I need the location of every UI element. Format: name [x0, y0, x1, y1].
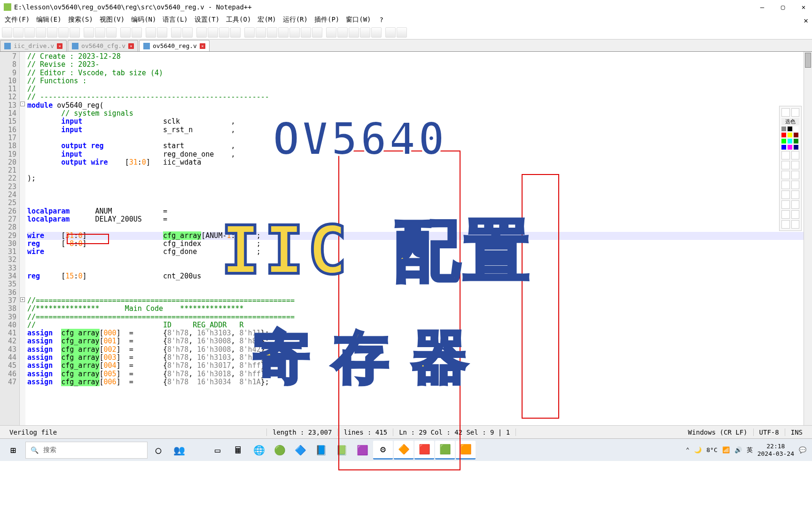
sp-tool-12[interactable] [791, 200, 800, 209]
color-swatch[interactable] [781, 127, 786, 131]
sp-eyedrop-icon[interactable] [791, 108, 800, 117]
save-all-button[interactable] [36, 27, 46, 38]
color-swatch[interactable] [794, 139, 798, 143]
tray-icon[interactable]: 📶 [722, 446, 730, 453]
color-swatch[interactable] [794, 133, 798, 137]
sp-tool-2[interactable] [791, 151, 800, 159]
monitor-button[interactable] [312, 27, 322, 38]
sp-tool-9[interactable] [781, 190, 790, 199]
sp-tool-6[interactable] [791, 171, 800, 179]
vertical-scrollbar[interactable] [804, 52, 812, 425]
system-tray[interactable]: ⌃ 🌙 8°C 📶 🔊 英 22:18 2024-03-24 💬 [682, 443, 810, 457]
calculator-icon[interactable]: 🖩 [228, 441, 248, 460]
sp-tool-3[interactable] [781, 161, 790, 169]
menu-macro[interactable]: 宏(M) [255, 15, 279, 25]
sp-tool-11[interactable] [781, 200, 790, 209]
menu-window[interactable]: 窗口(W) [343, 15, 374, 25]
play-macro-button[interactable] [349, 27, 359, 38]
editor[interactable]: 7891011121314151617181920212223242526272… [0, 52, 812, 425]
paste-button[interactable] [106, 27, 117, 38]
fold-column[interactable]: - + [20, 52, 25, 425]
func-list-button[interactable] [289, 27, 300, 38]
doc-map-button[interactable] [267, 27, 277, 38]
word-wrap-button[interactable] [219, 27, 229, 38]
fold-minus-icon[interactable]: - [20, 102, 25, 106]
record-macro-button[interactable] [326, 27, 336, 38]
sp-tool-7[interactable] [781, 181, 790, 189]
vscode-icon[interactable]: 🔷 [290, 441, 310, 460]
color-swatch[interactable] [788, 145, 792, 150]
tab-ov5640-reg[interactable]: ov5640_reg.v × [139, 40, 210, 51]
redo-button[interactable] [132, 27, 142, 38]
clock[interactable]: 22:18 2024-03-24 [757, 443, 794, 457]
color-swatch[interactable] [788, 127, 792, 131]
weather-icon[interactable]: 🌙 [694, 446, 702, 453]
close-file-button[interactable] [47, 27, 57, 38]
sp-picker-icon[interactable] [781, 108, 790, 117]
taskbar-search[interactable]: 🔍 搜索 [25, 442, 148, 459]
sp-tool-8[interactable] [791, 181, 800, 189]
scroll-thumb[interactable] [805, 53, 811, 68]
zoom-out-button[interactable] [182, 27, 193, 38]
show-all-chars-button[interactable] [230, 27, 241, 38]
sync-h-button[interactable] [208, 27, 218, 38]
sp-tool-10[interactable] [791, 190, 800, 199]
edge-icon[interactable]: 🌐 [249, 441, 269, 460]
tray-chevron-icon[interactable]: ⌃ [686, 446, 689, 453]
color-swatch[interactable] [788, 139, 792, 143]
save-macro-button[interactable] [371, 27, 382, 38]
sync-v-button[interactable] [196, 27, 207, 38]
save-button[interactable] [24, 27, 35, 38]
app-icon-1[interactable]: 📘 [311, 441, 331, 460]
minimize-button[interactable]: — [757, 2, 767, 12]
color-picker-panel[interactable]: 选色 [779, 106, 802, 231]
maximize-button[interactable]: ▢ [778, 2, 788, 12]
sp-tool-4[interactable] [791, 161, 800, 169]
cortana-icon[interactable]: ◯ [148, 441, 168, 460]
menu-view[interactable]: 视图(V) [97, 15, 127, 25]
print-button[interactable] [70, 27, 80, 38]
menu-run[interactable]: 运行(R) [280, 15, 311, 25]
ime-icon[interactable]: 英 [747, 446, 753, 454]
menu-file[interactable]: 文件(F) [2, 15, 32, 25]
menu-help[interactable]: ? [377, 15, 386, 24]
tab-iic-drive[interactable]: iic_drive.v × [0, 40, 67, 51]
tab-close-icon[interactable]: × [200, 43, 205, 49]
fold-plus-icon[interactable]: + [20, 297, 25, 302]
undo-button[interactable] [120, 27, 131, 38]
start-button[interactable]: ⊞ [2, 441, 24, 460]
volume-icon[interactable]: 🔊 [734, 446, 742, 453]
color-swatch[interactable] [781, 145, 786, 150]
sp-tool-14[interactable] [791, 210, 800, 219]
menu-settings[interactable]: 设置(T) [192, 15, 222, 25]
doc-list-button[interactable] [278, 27, 289, 38]
tb-extra-1[interactable] [385, 27, 396, 38]
menu-tools[interactable]: 工具(O) [223, 15, 254, 25]
menu-plugins[interactable]: 插件(P) [312, 15, 342, 25]
tab-close-icon[interactable]: × [57, 43, 62, 49]
sp-tool-5[interactable] [781, 171, 790, 179]
sp-tool-15[interactable] [781, 220, 790, 229]
open-file-button[interactable] [13, 27, 23, 38]
find-button[interactable] [146, 27, 156, 38]
color-swatch[interactable] [794, 145, 798, 150]
tab-ov5640-cfg[interactable]: ov5640_cfg.v × [68, 40, 138, 51]
new-file-button[interactable] [2, 27, 12, 38]
sp-tool-1[interactable] [781, 151, 790, 159]
folder-workspace-button[interactable] [301, 27, 311, 38]
close-all-files-button[interactable] [58, 27, 69, 38]
menu-encoding[interactable]: 编码(N) [128, 15, 159, 25]
user-lang-button[interactable] [256, 27, 266, 38]
menu-language[interactable]: 语言(L) [160, 15, 190, 25]
tb-extra-2[interactable] [397, 27, 407, 38]
cut-button[interactable] [84, 27, 94, 38]
indent-guide-button[interactable] [244, 27, 255, 38]
play-multi-macro-button[interactable] [360, 27, 370, 38]
color-swatch[interactable] [781, 133, 786, 137]
chrome-icon[interactable]: 🟢 [270, 441, 289, 460]
tab-close-icon[interactable]: × [128, 43, 134, 49]
sp-tool-13[interactable] [781, 210, 790, 219]
people-icon[interactable]: 👥 [169, 441, 189, 460]
sp-tool-16[interactable] [791, 220, 800, 229]
notification-icon[interactable]: 💬 [799, 446, 806, 453]
